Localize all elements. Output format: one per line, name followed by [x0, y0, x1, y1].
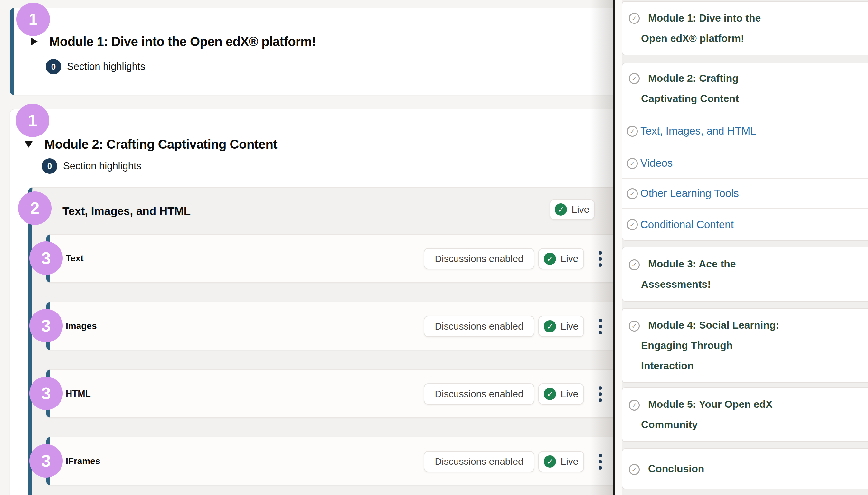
annotation-badge-3: 3 — [29, 241, 63, 275]
sidebar-module-label: Module 1: Dive into the Open edX® platfo… — [641, 8, 786, 49]
check-circle-icon: ✓ — [544, 456, 556, 468]
highlights-label: Section highlights — [63, 160, 141, 172]
kebab-menu-icon[interactable] — [594, 244, 607, 273]
sidebar-item-conclusion[interactable]: ✓ Conclusion — [622, 448, 868, 489]
check-circle-icon: ✓ — [544, 388, 556, 400]
annotation-badge-1: 1 — [16, 3, 50, 36]
unit-card-iframes: IFrames Discussions enabled ✓ Live — [46, 437, 613, 485]
section-title: Module 2: Crafting Captivating Content — [45, 137, 277, 152]
status-badge-live: ✓ Live — [538, 383, 584, 405]
sidebar-link-conditional-content[interactable]: ✓ Conditional Content — [622, 208, 868, 240]
unit-title: Images — [66, 302, 97, 350]
section-header-module-1: Module 1: Dive into the Open edX® platfo… — [31, 33, 316, 50]
check-circle-icon: ✓ — [544, 320, 556, 332]
annotation-badge-1: 1 — [16, 104, 49, 137]
sidebar-link-videos[interactable]: ✓ Videos — [622, 148, 868, 178]
sidebar-link-label: Videos — [641, 157, 673, 169]
status-badge-live: ✓ Live — [538, 316, 584, 337]
sidebar-module-label: Module 2: Crafting Captivating Content — [641, 68, 786, 109]
sidebar-group-module-2: ✓ Module 2: Crafting Captivating Content… — [622, 63, 868, 241]
discussions-enabled-badge: Discussions enabled — [424, 248, 534, 269]
sidebar-item-module-1[interactable]: ✓ Module 1: Dive into the Open edX® plat… — [622, 1, 868, 55]
sidebar-link-label: Text, Images, and HTML — [641, 125, 756, 137]
section-header-module-2: Module 2: Crafting Captivating Content — [24, 136, 277, 152]
sidebar-item-module-4[interactable]: ✓ Module 4: Social Learning: Engaging Th… — [622, 308, 868, 383]
sidebar-item-module-2[interactable]: ✓ Module 2: Crafting Captivating Content — [622, 63, 868, 114]
caret-down-icon[interactable] — [24, 141, 33, 148]
check-circle-icon: ✓ — [627, 188, 638, 199]
unit-title: IFrames — [66, 438, 100, 485]
discussions-enabled-badge: Discussions enabled — [424, 316, 534, 337]
check-circle-icon: ✓ — [629, 464, 640, 475]
kebab-menu-icon[interactable] — [594, 447, 607, 476]
status-badge-live: ✓ Live — [549, 199, 595, 220]
unit-card-html: HTML Discussions enabled ✓ Live — [46, 370, 613, 418]
sidebar-item-module-3[interactable]: ✓ Module 3: Ace the Assessments! — [622, 247, 868, 302]
annotation-badge-3: 3 — [29, 309, 63, 342]
check-circle-icon: ✓ — [544, 253, 556, 265]
course-outline-panel: Module 1: Dive into the Open edX® platfo… — [0, 0, 613, 495]
sidebar-link-text-images-html[interactable]: ✓ Text, Images, and HTML — [622, 114, 868, 148]
sidebar-item-module-5[interactable]: ✓ Module 5: Your Open edX Community — [622, 387, 868, 442]
check-circle-icon: ✓ — [629, 73, 640, 84]
sidebar-link-label: Other Learning Tools — [641, 187, 739, 200]
subsection-card-text-images-html: Text, Images, and HTML ✓ Live Text Discu… — [28, 187, 613, 495]
discussions-enabled-badge: Discussions enabled — [424, 383, 534, 405]
highlights-label: Section highlights — [67, 61, 145, 72]
highlights-count-badge: 0 — [42, 158, 57, 174]
status-badge-live: ✓ Live — [538, 248, 584, 269]
check-circle-icon: ✓ — [627, 219, 638, 230]
unit-title: HTML — [66, 370, 91, 417]
caret-right-icon[interactable] — [31, 37, 38, 46]
unit-title: Text — [66, 235, 84, 282]
status-badge-live: ✓ Live — [538, 451, 584, 472]
check-circle-icon: ✓ — [627, 126, 638, 137]
subsection-title: Text, Images, and HTML — [63, 205, 191, 218]
kebab-menu-icon[interactable] — [608, 197, 613, 226]
discussions-enabled-badge: Discussions enabled — [424, 451, 534, 472]
panel-gap — [615, 0, 622, 495]
sidebar-link-label: Conditional Content — [641, 219, 734, 231]
subsection-header: Text, Images, and HTML — [45, 203, 191, 219]
kebab-menu-icon[interactable] — [594, 379, 607, 408]
sidebar-link-other-learning-tools[interactable]: ✓ Other Learning Tools — [622, 178, 868, 208]
sidebar-module-label: Module 5: Your Open edX Community — [641, 394, 786, 435]
kebab-menu-icon[interactable] — [594, 312, 607, 341]
section-highlights-button[interactable]: 0 Section highlights — [46, 59, 145, 74]
check-circle-icon: ✓ — [555, 203, 567, 216]
highlights-count-badge: 0 — [46, 59, 61, 74]
check-circle-icon: ✓ — [629, 259, 640, 270]
section-highlights-button[interactable]: 0 Section highlights — [42, 158, 141, 174]
sidebar-module-label: Conclusion — [641, 459, 786, 479]
annotation-badge-3: 3 — [29, 377, 63, 410]
check-circle-icon: ✓ — [629, 13, 640, 24]
sidebar-module-label: Module 4: Social Learning: Engaging Thro… — [641, 315, 786, 376]
check-circle-icon: ✓ — [627, 158, 638, 169]
unit-card-images: Images Discussions enabled ✓ Live — [46, 302, 613, 350]
unit-card-text: Text Discussions enabled ✓ Live — [46, 234, 613, 283]
course-navigation-sidebar: ✓ Module 1: Dive into the Open edX® plat… — [622, 0, 868, 495]
annotation-badge-2: 2 — [18, 191, 52, 225]
check-circle-icon: ✓ — [629, 400, 640, 411]
check-circle-icon: ✓ — [629, 321, 640, 331]
section-title: Module 1: Dive into the Open edX® platfo… — [49, 34, 316, 49]
section-card-module-1: Module 1: Dive into the Open edX® platfo… — [10, 8, 613, 95]
sidebar-module-label: Module 3: Ace the Assessments! — [641, 254, 786, 294]
annotation-badge-3: 3 — [29, 444, 63, 478]
